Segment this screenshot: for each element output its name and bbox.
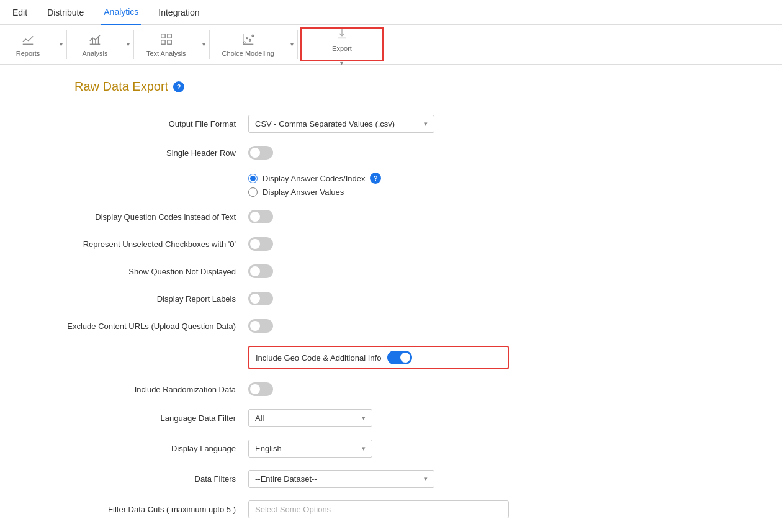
svg-rect-5: [161, 34, 165, 37]
toolbar-reports[interactable]: Reports: [0, 25, 56, 64]
filter-data-cuts-control: Select Some Options: [248, 500, 509, 518]
display-language-select[interactable]: English ▾: [248, 440, 372, 458]
include-random-slider: [248, 382, 273, 396]
toolbar-text-analysis-label: Text Analysis: [146, 50, 186, 57]
display-question-codes-row: Display Question Codes instead of Text: [25, 203, 757, 230]
choice-modelling-dropdown-arrow[interactable]: ▾: [287, 25, 297, 64]
exclude-content-control: [248, 319, 509, 333]
display-answer-row: Display Answer Codes/Index ? Display Ans…: [25, 166, 757, 203]
display-codes-radio[interactable]: [248, 174, 258, 183]
svg-rect-8: [168, 40, 171, 43]
filter-data-cuts-input[interactable]: Select Some Options: [248, 500, 509, 518]
nav-integration[interactable]: Integration: [156, 0, 202, 25]
toolbar-group-choice-modelling: Choice Modelling ▾: [210, 25, 297, 64]
toolbar-choice-modelling[interactable]: Choice Modelling: [210, 25, 287, 64]
page-title-text: Raw Data Export: [74, 79, 168, 94]
display-language-label: Display Language: [25, 444, 248, 453]
display-report-slider: [248, 292, 273, 305]
nav-analytics[interactable]: Analytics: [101, 0, 141, 25]
display-report-label: Display Report Labels: [25, 294, 248, 304]
toolbar-export[interactable]: Export: [314, 22, 370, 57]
include-random-label: Include Randomization Data: [25, 385, 248, 394]
display-answer-control: Display Answer Codes/Index ? Display Ans…: [248, 173, 509, 197]
toolbar-choice-modelling-label: Choice Modelling: [222, 50, 274, 57]
single-header-label: Single Header Row: [25, 148, 248, 158]
toolbar-analysis[interactable]: Analysis: [67, 25, 123, 64]
represent-unselected-label: Represent Unselected Checkboxes with '0': [25, 240, 248, 249]
svg-point-11: [249, 39, 251, 41]
chart-line-icon: [21, 32, 35, 46]
nav-edit[interactable]: Edit: [10, 0, 30, 25]
display-language-control: English ▾: [248, 440, 509, 458]
include-geo-toggle[interactable]: [387, 351, 412, 364]
include-random-toggle[interactable]: [248, 382, 273, 396]
represent-unselected-toggle[interactable]: [248, 237, 273, 251]
analysis-dropdown-arrow[interactable]: ▾: [123, 25, 133, 64]
chart-bar-icon: [88, 32, 102, 46]
display-values-option[interactable]: Display Answer Values: [248, 187, 509, 197]
help-icon[interactable]: ?: [173, 81, 184, 92]
svg-point-10: [246, 37, 248, 38]
display-report-row: Display Report Labels: [25, 285, 757, 312]
exclude-content-slider: [248, 319, 273, 333]
data-filters-control: --Entire Dataset-- ▾: [248, 470, 509, 488]
nav-distribute[interactable]: Distribute: [45, 0, 86, 25]
data-filters-chevron: ▾: [424, 475, 428, 483]
single-header-slider: [248, 146, 273, 160]
output-format-chevron: ▾: [424, 120, 428, 128]
chart-scatter-icon: [241, 32, 255, 46]
show-question-toggle[interactable]: [248, 264, 273, 278]
include-geo-slider: [387, 351, 412, 364]
form-section: Output File Format CSV - Comma Separated…: [0, 109, 782, 532]
svg-point-9: [243, 42, 245, 43]
separator-4: [297, 30, 298, 59]
toolbar-group-export: Export ▾: [300, 27, 384, 61]
include-random-row: Include Randomization Data: [25, 376, 757, 403]
main-content: Raw Data Export ? Output File Format CSV…: [0, 65, 782, 532]
display-question-codes-label: Display Question Codes instead of Text: [25, 212, 248, 222]
represent-unselected-control: [248, 237, 509, 251]
display-question-codes-slider: [248, 210, 273, 223]
grid-icon: [160, 32, 173, 46]
filter-data-cuts-row: Filter Data Cuts ( maximum upto 5 ) Sele…: [25, 494, 757, 525]
language-filter-chevron: ▾: [362, 414, 366, 422]
top-navigation: Edit Distribute Analytics Integration: [0, 0, 782, 25]
exclude-content-toggle[interactable]: [248, 319, 273, 333]
toolbar-export-label: Export: [332, 45, 352, 52]
reports-dropdown-arrow[interactable]: ▾: [56, 25, 66, 64]
display-language-row: Display Language English ▾: [25, 433, 757, 464]
show-question-control: [248, 264, 509, 278]
data-filters-select[interactable]: --Entire Dataset-- ▾: [248, 470, 434, 488]
output-format-select[interactable]: CSV - Comma Separated Values (.csv) ▾: [248, 115, 434, 133]
display-codes-option[interactable]: Display Answer Codes/Index ?: [248, 173, 509, 184]
display-language-value: English: [255, 444, 282, 453]
display-values-radio[interactable]: [248, 187, 258, 197]
display-question-codes-toggle[interactable]: [248, 210, 273, 223]
text-analysis-dropdown-arrow[interactable]: ▾: [199, 25, 209, 64]
include-geo-highlighted: Include Geo Code & Additional Info: [248, 346, 509, 369]
svg-point-12: [252, 35, 254, 37]
export-dropdown-arrow[interactable]: ▾: [314, 60, 370, 66]
output-format-value: CSV - Comma Separated Values (.csv): [255, 119, 395, 128]
single-header-toggle[interactable]: [248, 146, 273, 160]
include-geo-row: Include Geo Code & Additional Info: [25, 340, 757, 376]
include-random-control: [248, 382, 509, 396]
svg-rect-7: [161, 40, 165, 43]
include-geo-control: Include Geo Code & Additional Info: [248, 346, 509, 369]
export-icon: [335, 27, 349, 41]
toolbar-group-analysis: Analysis ▾: [67, 25, 133, 64]
display-report-toggle[interactable]: [248, 292, 273, 305]
exclude-content-label: Exclude Content URLs (Upload Question Da…: [25, 322, 248, 331]
display-values-label: Display Answer Values: [263, 187, 344, 197]
language-filter-select[interactable]: All ▾: [248, 409, 372, 427]
represent-unselected-slider: [248, 237, 273, 251]
show-question-row: Show Question Not Displayed: [25, 258, 757, 285]
output-format-control: CSV - Comma Separated Values (.csv) ▾: [248, 115, 509, 133]
single-header-control: [248, 146, 509, 160]
answer-codes-help-icon[interactable]: ?: [370, 173, 381, 184]
toolbar-text-analysis[interactable]: Text Analysis: [134, 25, 199, 64]
data-filters-label: Data Filters: [25, 474, 248, 484]
toolbar-group-text-analysis: Text Analysis ▾: [134, 25, 209, 64]
show-question-label: Show Question Not Displayed: [25, 267, 248, 276]
language-filter-row: Language Data Filter All ▾: [25, 403, 757, 433]
